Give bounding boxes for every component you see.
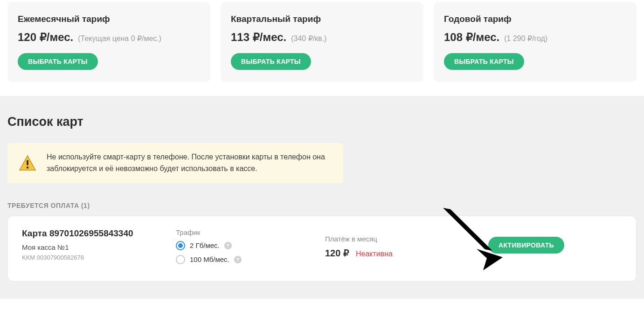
payment-line: 120 ₽ Неактивна — [325, 247, 488, 259]
tariff-title: Годовой тариф — [444, 14, 626, 24]
payment-heading: Платёж в месяц — [325, 235, 488, 243]
tariff-price: 113 ₽/мес. — [231, 31, 286, 44]
select-cards-button[interactable]: ВЫБРАТЬ КАРТЫ — [18, 53, 98, 70]
tariff-price-line: 108 ₽/мес. (1 290 ₽/год) — [444, 31, 626, 44]
card-cashbox: Моя касса №1 — [22, 243, 176, 251]
help-icon[interactable]: ? — [224, 242, 232, 249]
traffic-option-label: 2 Гб/мес. — [190, 241, 220, 249]
card-action-column: АКТИВИРОВАТЬ — [488, 228, 622, 254]
radio-selected-icon — [176, 241, 185, 250]
traffic-option-2gb[interactable]: 2 Гб/мес. ? — [176, 241, 325, 250]
tariff-price: 120 ₽/мес. — [18, 31, 73, 44]
tariff-price-note: (1 290 ₽/год) — [504, 34, 547, 43]
traffic-heading: Трафик — [176, 228, 325, 236]
payment-amount: 120 ₽ — [325, 247, 349, 259]
section-title: Список карт — [7, 115, 637, 129]
card-payment-column: Платёж в месяц 120 ₽ Неактивна — [325, 228, 488, 259]
tariff-plans-row: Ежемесячный тариф 120 ₽/мес. (Текущая це… — [0, 0, 644, 96]
card-traffic-column: Трафик 2 Гб/мес. ? 100 Мб/мес. ? — [176, 228, 325, 269]
status-badge: Неактивна — [356, 250, 393, 258]
tariff-price-line: 120 ₽/мес. (Текущая цена 0 ₽/мес.) — [18, 31, 200, 44]
traffic-option-100mb[interactable]: 100 Мб/мес. ? — [176, 255, 325, 264]
card-kkm: KKM 00307900582678 — [22, 254, 176, 261]
tariff-price-note: (340 ₽/кв.) — [291, 34, 326, 43]
card-list-section: Список карт Не используйте смарт-карту в… — [0, 96, 644, 299]
payment-required-label: ТРЕБУЕТСЯ ОПЛАТА (1) — [7, 202, 637, 209]
warning-box: Не используйте смарт-карту в телефоне. П… — [7, 143, 343, 183]
card-identity-column: Карта 89701026955843340 Моя касса №1 KKM… — [22, 228, 176, 261]
tariff-card-monthly: Ежемесячный тариф 120 ₽/мес. (Текущая це… — [7, 2, 210, 82]
tariff-title: Ежемесячный тариф — [18, 14, 200, 24]
svg-rect-1 — [27, 160, 28, 165]
tariff-card-yearly: Годовой тариф 108 ₽/мес. (1 290 ₽/год) В… — [434, 2, 637, 82]
tariff-card-quarterly: Квартальный тариф 113 ₽/мес. (340 ₽/кв.)… — [221, 2, 423, 82]
select-cards-button[interactable]: ВЫБРАТЬ КАРТЫ — [444, 53, 524, 70]
tariff-price-note: (Текущая цена 0 ₽/мес.) — [78, 34, 161, 43]
warning-icon — [19, 154, 36, 172]
tariff-price-line: 113 ₽/мес. (340 ₽/кв.) — [231, 31, 413, 44]
card-name: Карта 89701026955843340 — [22, 228, 176, 239]
card-row: Карта 89701026955843340 Моя касса №1 KKM… — [7, 216, 637, 282]
traffic-option-label: 100 Мб/мес. — [190, 255, 229, 263]
select-cards-button[interactable]: ВЫБРАТЬ КАРТЫ — [231, 53, 311, 70]
tariff-price: 108 ₽/мес. — [444, 31, 499, 44]
warning-text: Не используйте смарт-карту в телефоне. П… — [47, 151, 332, 175]
help-icon[interactable]: ? — [234, 256, 242, 263]
radio-unselected-icon — [176, 255, 185, 264]
activate-button[interactable]: АКТИВИРОВАТЬ — [488, 237, 564, 254]
tariff-title: Квартальный тариф — [231, 14, 413, 24]
svg-point-2 — [27, 166, 28, 168]
